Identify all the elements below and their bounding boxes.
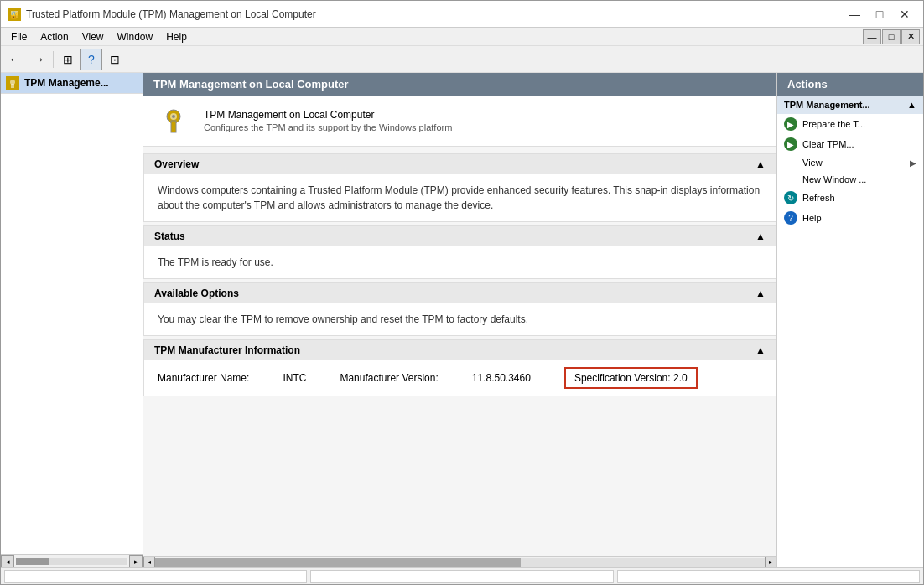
actions-section-expand-icon: ▲: [907, 100, 916, 110]
nav-scroll-left-btn[interactable]: ◂: [1, 555, 14, 568]
section-available-options: Available Options ▲ You may clear the TP…: [143, 282, 776, 336]
back-button[interactable]: ←: [4, 49, 26, 70]
menu-action[interactable]: Action: [34, 28, 75, 46]
manufacturer-name-label: Manufacturer Name:: [158, 372, 249, 384]
section-status: Status ▲ The TPM is ready for use.: [143, 225, 776, 279]
nav-scroll-right-btn[interactable]: ▸: [129, 555, 143, 568]
toolbar-btn-1[interactable]: ⊞: [57, 49, 79, 70]
content-scroll-track[interactable]: [155, 558, 765, 567]
forward-button[interactable]: →: [28, 49, 49, 70]
menu-file[interactable]: File: [4, 28, 34, 46]
svg-text:🔐: 🔐: [10, 10, 20, 20]
nav-item-label: TPM Manageme...: [24, 77, 109, 89]
section-status-content: The TPM is ready for use.: [144, 246, 776, 278]
nav-panel-scroll[interactable]: [1, 94, 143, 554]
actions-section-header[interactable]: TPM Management... ▲: [777, 96, 923, 114]
menu-bar-items: File Action View Window Help: [4, 28, 194, 46]
section-options-title: Available Options: [154, 287, 239, 299]
action-refresh-label: Refresh: [802, 193, 835, 203]
intro-title: TPM Management on Local Computer: [204, 109, 452, 121]
manufacturer-name-value: INTC: [283, 372, 306, 384]
nav-scrollbar[interactable]: [16, 558, 127, 565]
spec-version-box: Specification Version: 2.0: [564, 367, 698, 389]
intro-subtitle: Configures the TPM and its support by th…: [204, 122, 452, 132]
action-new-window[interactable]: New Window ...: [777, 171, 923, 188]
action-refresh[interactable]: ↻ Refresh: [777, 188, 923, 208]
section-options-header[interactable]: Available Options ▲: [144, 283, 776, 303]
manufacturer-version-label: Manufacturer Version:: [340, 372, 438, 384]
content-scrollbar: ◂ ▸: [143, 556, 776, 567]
toolbar-separator-1: [53, 51, 54, 68]
action-prepare[interactable]: ▶ Prepare the T...: [777, 114, 923, 134]
section-overview-content: Windows computers containing a Trusted P…: [144, 174, 776, 221]
window-title: Trusted Platform Module (TPM) Management…: [26, 8, 316, 20]
status-section-3: [617, 570, 920, 583]
actions-header: Actions: [777, 73, 923, 96]
title-bar-left: 🔐 Trusted Platform Module (TPM) Manageme…: [8, 8, 316, 21]
action-clear-tpm[interactable]: ▶ Clear TPM...: [777, 134, 923, 154]
spec-version-value: 2.0: [673, 372, 688, 384]
section-status-header[interactable]: Status ▲: [144, 226, 776, 246]
refresh-icon: ↻: [784, 191, 797, 204]
section-overview-collapse: ▲: [755, 158, 766, 170]
toolbar-btn-2[interactable]: ⊡: [104, 49, 126, 70]
toolbar-btn-help[interactable]: ?: [80, 49, 102, 70]
content-header: TPM Management on Local Computer: [143, 73, 776, 96]
spec-version-label: Specification Version:: [574, 372, 671, 384]
content-scroll-left[interactable]: ◂: [143, 557, 155, 568]
section-manufacturer-header[interactable]: TPM Manufacturer Information ▲: [144, 340, 776, 360]
section-manufacturer-title: TPM Manufacturer Information: [154, 344, 300, 356]
status-section-2: [310, 570, 613, 583]
action-clear-tpm-label: Clear TPM...: [802, 139, 854, 149]
actions-section-label: TPM Management...: [784, 100, 870, 110]
options-text: You may clear the TPM to remove ownershi…: [158, 313, 528, 325]
maximize-button[interactable]: □: [868, 5, 891, 23]
menu-ctrl-maximize[interactable]: □: [882, 29, 901, 44]
nav-item-tpm[interactable]: TPM Manageme...: [1, 73, 143, 94]
manufacturer-version-value: 11.8.50.3460: [472, 372, 531, 384]
action-help-label: Help: [802, 213, 822, 223]
menu-ctrl-minimize[interactable]: —: [863, 29, 881, 44]
section-options-content: You may clear the TPM to remove ownershi…: [144, 303, 776, 335]
action-view-label: View: [802, 158, 823, 168]
action-new-window-label: New Window ...: [802, 174, 866, 184]
status-bar: [1, 567, 923, 584]
menu-help[interactable]: Help: [159, 28, 194, 46]
action-view[interactable]: View ▶: [777, 154, 923, 171]
title-bar: 🔐 Trusted Platform Module (TPM) Manageme…: [1, 1, 923, 28]
content-scroll-thumb: [155, 558, 521, 567]
svg-rect-5: [11, 84, 14, 88]
close-button[interactable]: ✕: [893, 5, 916, 23]
app-icon: 🔐: [8, 8, 21, 21]
svg-point-9: [172, 115, 175, 118]
help-icon: ?: [784, 211, 797, 225]
tpm-icon: [157, 104, 190, 137]
content-scroll-right[interactable]: ▸: [765, 557, 776, 568]
section-status-title: Status: [154, 230, 185, 242]
prepare-icon: ▶: [784, 117, 797, 131]
actions-panel: Actions TPM Management... ▲ ▶ Prepare th…: [776, 73, 923, 567]
section-overview-header[interactable]: Overview ▲: [144, 154, 776, 174]
section-manufacturer: TPM Manufacturer Information ▲ Manufactu…: [143, 339, 776, 396]
section-options-collapse: ▲: [755, 287, 766, 299]
content-body[interactable]: TPM Management on Local Computer Configu…: [143, 96, 776, 556]
menu-view[interactable]: View: [75, 28, 111, 46]
nav-panel: TPM Manageme... ◂ ▸: [1, 73, 143, 567]
minimize-button[interactable]: —: [843, 5, 866, 23]
action-help[interactable]: ? Help: [777, 208, 923, 228]
intro-section: TPM Management on Local Computer Configu…: [143, 96, 776, 147]
overview-text: Windows computers containing a Trusted P…: [158, 184, 760, 211]
intro-text: TPM Management on Local Computer Configu…: [204, 109, 452, 132]
clear-tpm-icon: ▶: [784, 137, 797, 151]
view-arrow-icon: ▶: [910, 158, 916, 168]
toolbar: ← → ⊞ ? ⊡: [1, 46, 923, 73]
menu-bar-controls: — □ ✕: [863, 29, 920, 44]
menu-window[interactable]: Window: [111, 28, 160, 46]
status-section-1: [4, 570, 307, 583]
manufacturer-row: Manufacturer Name: INTC Manufacturer Ver…: [144, 360, 776, 396]
menu-ctrl-close[interactable]: ✕: [901, 29, 920, 44]
content-area: TPM Management on Local Computer TPM Man…: [143, 73, 776, 567]
nav-scrollbar-thumb: [16, 558, 49, 565]
svg-rect-8: [171, 121, 176, 132]
action-prepare-label: Prepare the T...: [802, 119, 865, 129]
